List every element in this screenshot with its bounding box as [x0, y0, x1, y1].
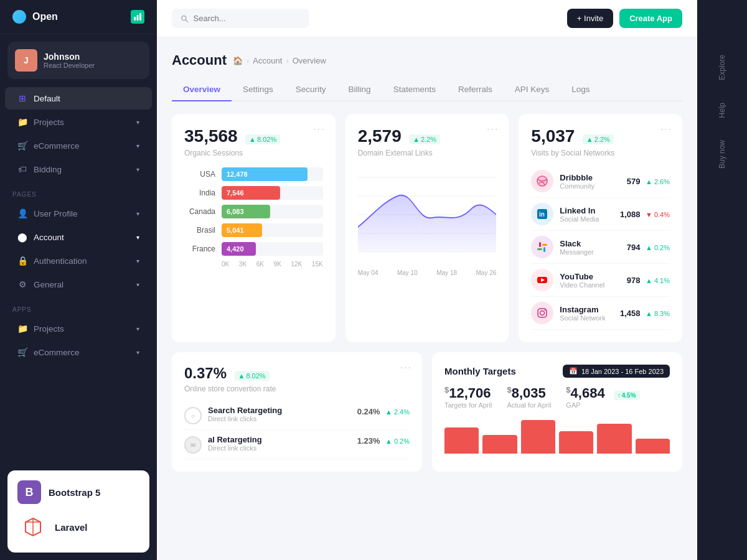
monthly-targets-card: Monthly Targets 📅 18 Jan 2023 - 16 Feb 2… [432, 352, 682, 472]
slack-icon [531, 236, 553, 258]
bootstrap-icon: B [17, 480, 41, 504]
retargeting-list: ○ Search Retargeting Direct link clicks … [184, 401, 410, 459]
tabs-container: Overview Settings Security Billing State… [172, 78, 682, 101]
bar-row-usa: USA 12,478 [184, 167, 323, 181]
card-menu-dots[interactable]: ··· [400, 362, 412, 373]
search-box[interactable] [172, 9, 309, 28]
conversion-card: ··· 0.37% ▲ 8.02% Online store convertio… [172, 352, 422, 472]
create-app-button[interactable]: Create App [619, 9, 682, 28]
organic-sessions-value: 35,568 [184, 126, 238, 146]
bottom-row: ··· 0.37% ▲ 8.02% Online store convertio… [172, 352, 682, 472]
svg-rect-16 [543, 247, 545, 252]
sidebar-item-projects-app[interactable]: 📁 Projects ▾ [5, 317, 152, 340]
sidebar-item-label: eCommerce [34, 141, 80, 151]
svg-text:in: in [539, 211, 545, 218]
sidebar-item-user-profile[interactable]: 👤 User Profile ▾ [5, 202, 152, 225]
social-list: Dribbble Community 579 ▲ 2.6% in [531, 165, 670, 330]
svg-rect-17 [537, 248, 542, 250]
date-range-badge: 📅 18 Jan 2023 - 16 Feb 2023 [563, 365, 670, 378]
person-icon: 👤 [17, 208, 27, 218]
gap-val: $4,684 ↑ 4.5% GAP [566, 385, 639, 409]
instagram-icon [531, 302, 553, 324]
topbar: + Invite Create App [157, 0, 697, 37]
arrow-up-icon: ▲ [249, 136, 256, 143]
sidebar-item-general[interactable]: ⚙ General ▾ [5, 273, 152, 296]
organic-sessions-card: ··· 35,568 ▲ 8.02% Organic Sessions USA … [172, 114, 336, 342]
svg-rect-15 [539, 242, 541, 247]
breadcrumb-account[interactable]: Account [253, 56, 282, 65]
bar-axis: 0K3K6K9K12K15K [184, 261, 323, 268]
bar-chart: USA 12,478 India 7,546 Canada 6,083 Bras… [184, 167, 323, 268]
svg-rect-1 [137, 15, 139, 21]
monthly-targets-title: Monthly Targets [444, 366, 516, 376]
bar-row-brasil: Brasil 5,041 [184, 223, 323, 237]
monthly-bar [444, 427, 479, 454]
social-visits-badge: ▲ 2.2% [583, 134, 614, 144]
domain-links-card: ··· 2,579 ▲ 2.2% Domain External Links [345, 114, 509, 342]
monthly-bar [559, 431, 593, 454]
main-content: + Invite Create App Account 🏠 › Account … [157, 0, 697, 560]
stats-row: ··· 35,568 ▲ 8.02% Organic Sessions USA … [172, 114, 682, 342]
sidebar-item-label: Bidding [34, 165, 62, 174]
user-card[interactable]: J Johnson React Developer [7, 42, 149, 79]
chevron-down-icon: ▾ [136, 258, 139, 264]
chevron-down-icon: ▾ [136, 210, 139, 217]
apps-section-label: APPS [0, 296, 157, 317]
tab-overview[interactable]: Overview [172, 78, 232, 101]
card-menu-dots[interactable]: ··· [487, 124, 499, 135]
domain-links-label: Domain External Links [358, 149, 497, 157]
arrow-up-icon: ▲ [413, 136, 420, 143]
sidebar-item-label: eCommerce [34, 348, 80, 357]
tab-billing[interactable]: Billing [337, 78, 382, 101]
sidebar-item-label: User Profile [34, 209, 78, 218]
retarget-email-icon: ✉ [184, 436, 202, 454]
sidebar-item-label: Projects [34, 324, 64, 334]
help-button[interactable]: Help [715, 98, 729, 123]
bar-row-canada: Canada 6,083 [184, 205, 323, 218]
explore-button[interactable]: Explore [715, 50, 729, 85]
tab-referrals[interactable]: Referrals [447, 78, 504, 101]
targets-april-val: $12,706 Targets for April [444, 385, 492, 409]
chevron-down-icon: ▾ [136, 349, 139, 356]
social-visits-value: 5,037 [531, 126, 575, 146]
chevron-down-icon: ▾ [136, 119, 139, 126]
sidebar: Open J Johnson React Developer ⊞ Default… [0, 0, 157, 560]
svg-rect-2 [139, 13, 141, 21]
search-input[interactable] [194, 14, 301, 23]
bootstrap-brand: B Bootstrap 5 [17, 480, 139, 504]
monthly-bar [597, 424, 631, 454]
tab-statements[interactable]: Statements [382, 78, 447, 101]
sidebar-logo: Open [0, 0, 157, 34]
bootstrap-label: Bootstrap 5 [49, 487, 100, 498]
sidebar-item-ecommerce-app[interactable]: 🛒 eCommerce ▾ [5, 341, 152, 363]
sidebar-item-ecommerce[interactable]: 🛒 eCommerce ▾ [5, 134, 152, 157]
conversion-label: Online store convertion rate [184, 385, 410, 393]
svg-point-22 [540, 311, 545, 315]
line-chart: May 04 May 10 May 18 May 26 [358, 165, 497, 264]
arrow-up-icon: ▲ [238, 372, 245, 380]
domain-links-value: 2,579 [358, 126, 402, 146]
tab-api-keys[interactable]: API Keys [504, 78, 561, 101]
bootstrap-letter: B [26, 486, 34, 499]
arrow-up-icon: ▲ [586, 136, 593, 143]
invite-button[interactable]: + Invite [567, 9, 613, 28]
tab-security[interactable]: Security [284, 78, 337, 101]
sidebar-item-authentication[interactable]: 🔒 Authentication ▾ [5, 250, 152, 272]
monthly-chart [444, 416, 670, 454]
social-item-linkedin: in Linked In Social Media 1,088 ▼ 0.4% [531, 198, 670, 231]
laravel-label: Laravel [55, 522, 88, 533]
sidebar-item-default[interactable]: ⊞ Default [5, 87, 152, 110]
retarget-item-search: ○ Search Retargeting Direct link clicks … [184, 401, 410, 430]
sidebar-item-account[interactable]: ⬤ Account ▾ [5, 226, 152, 248]
buy-now-button[interactable]: Buy now [715, 135, 729, 174]
card-menu-dots[interactable]: ··· [313, 124, 325, 135]
retarget-item-al: ✉ al Retargeting Direct link clicks 1.23… [184, 430, 410, 459]
logo-dot-icon [12, 10, 26, 24]
sidebar-item-bidding[interactable]: 🏷 Bidding ▾ [5, 158, 152, 180]
chevron-down-icon: ▾ [136, 281, 139, 288]
tab-settings[interactable]: Settings [232, 78, 284, 101]
laravel-brand: Laravel [17, 511, 88, 543]
tab-logs[interactable]: Logs [560, 78, 601, 101]
card-menu-dots[interactable]: ··· [660, 124, 672, 135]
sidebar-item-projects[interactable]: 📁 Projects ▾ [5, 111, 152, 133]
